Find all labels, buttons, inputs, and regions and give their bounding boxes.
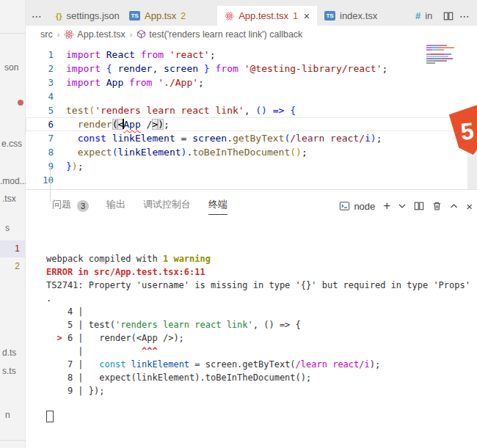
kill-terminal-icon[interactable] bbox=[432, 201, 442, 211]
tab-close-icon[interactable]: × bbox=[304, 10, 310, 22]
line-number: 7 bbox=[26, 131, 54, 145]
line-number: 3 bbox=[26, 76, 54, 89]
explorer-item[interactable]: s.ts bbox=[0, 364, 26, 378]
panel-tab-label: 问题 bbox=[52, 198, 71, 215]
explorer-item[interactable]: s bbox=[0, 221, 26, 235]
terminal-icon bbox=[339, 201, 350, 211]
panel-tab-输出[interactable]: 输出 bbox=[106, 198, 125, 215]
explorer-item[interactable]: d.ts bbox=[0, 346, 26, 359]
react-test-icon bbox=[64, 29, 74, 40]
code-line[interactable]: 2import { render, screen } from '@testin… bbox=[26, 62, 477, 76]
code-line[interactable]: 7 const linkElement = screen.getByText(/… bbox=[26, 131, 477, 145]
line-number: 8 bbox=[26, 145, 54, 159]
problems-badge: 3 bbox=[77, 200, 89, 212]
terminal-line bbox=[46, 411, 474, 424]
terminal-line bbox=[46, 397, 474, 411]
line-number: 5 bbox=[26, 103, 54, 117]
json-icon: {} bbox=[56, 12, 62, 21]
tab-label: App.test.tsx bbox=[238, 10, 288, 21]
tab-App.test.tsx[interactable]: App.test.tsx1× bbox=[217, 6, 317, 26]
breadcrumb-label: src bbox=[40, 29, 53, 40]
explorer-strip[interactable]: sone.css.mod....tsxs12d.tss.tsn bbox=[0, 0, 26, 448]
code-line[interactable]: 9}); bbox=[26, 159, 477, 173]
tab-overflow-button[interactable]: ⋯ bbox=[26, 6, 48, 26]
code-line[interactable]: 5test('renders learn react link', () => … bbox=[26, 103, 477, 117]
more-actions-icon[interactable]: ⋯ bbox=[459, 10, 470, 22]
panel-tab-问题[interactable]: 问题3 bbox=[52, 198, 89, 215]
code-text: const linkElement = screen.getByText(/le… bbox=[66, 133, 382, 144]
explorer-item[interactable]: n bbox=[0, 408, 26, 422]
split-editor-icon[interactable] bbox=[443, 11, 454, 21]
terminal-line: > 6 | render(<App />); bbox=[46, 331, 474, 345]
split-terminal-icon[interactable] bbox=[414, 201, 424, 211]
terminal-dropdown-icon[interactable] bbox=[398, 203, 406, 209]
tab-problem-count: 2 bbox=[181, 11, 186, 21]
typescript-icon: TS bbox=[324, 11, 335, 21]
indent-guide bbox=[50, 160, 51, 202]
minimap[interactable] bbox=[426, 45, 460, 65]
panel-tab-终端[interactable]: 终端 bbox=[208, 198, 227, 215]
code-line[interactable]: 10 bbox=[26, 173, 477, 187]
terminal-line: 4 | bbox=[46, 305, 474, 318]
close-panel-icon[interactable]: × bbox=[466, 200, 473, 213]
terminal-line: TS2741: Property 'username' is missing i… bbox=[46, 279, 474, 292]
breadcrumb-item[interactable]: src bbox=[40, 29, 53, 40]
code-text: import App from './App'; bbox=[66, 77, 204, 88]
maximize-panel-icon[interactable] bbox=[450, 203, 458, 209]
symbol-method-icon bbox=[136, 29, 146, 39]
tab-label: in bbox=[425, 10, 432, 21]
terminal-line: 8 | expect(linkElement).toBeInTheDocumen… bbox=[46, 371, 474, 384]
modified-dot bbox=[18, 100, 23, 106]
code-line[interactable]: 3import App from './App'; bbox=[26, 76, 477, 89]
line-number: 4 bbox=[26, 89, 54, 103]
tab-App.tsx[interactable]: TSApp.tsx2 bbox=[122, 6, 217, 26]
code-line[interactable]: 1import React from 'react'; bbox=[26, 48, 477, 62]
terminal-output[interactable]: webpack compiled with 1 warningERROR in … bbox=[46, 252, 474, 424]
code-line[interactable]: 8 expect(linkElement).toBeInTheDocument(… bbox=[26, 145, 477, 159]
line-number: 2 bbox=[26, 62, 54, 76]
editor-tab-bar: ⋯ {}settings.jsonTSApp.tsx2App.test.tsx1… bbox=[26, 0, 477, 26]
code-editor[interactable]: 1import React from 'react';2import { ren… bbox=[26, 43, 477, 189]
line-number: 6 bbox=[26, 117, 54, 131]
typescript-icon: TS bbox=[129, 11, 140, 21]
code-text: expect(linkElement).toBeInTheDocument(); bbox=[66, 147, 307, 158]
terminal-line: | ^^^ bbox=[46, 345, 474, 358]
code-line[interactable]: 6 render(<App />); bbox=[26, 117, 477, 131]
terminal-line: ERROR in src/App.test.tsx:6:11 bbox=[46, 265, 474, 279]
panel-actions: node + × bbox=[339, 190, 473, 222]
terminal-line: webpack compiled with 1 warning bbox=[46, 252, 474, 265]
tab-label: App.tsx bbox=[145, 10, 176, 21]
terminal-line: . bbox=[46, 292, 474, 305]
panel-tab-调试控制台[interactable]: 调试控制台 bbox=[143, 198, 191, 215]
strip-divider bbox=[0, 440, 26, 441]
panel-tab-label: 终端 bbox=[208, 198, 227, 215]
terminal-profile[interactable]: node bbox=[339, 201, 375, 212]
code-line[interactable]: 4 bbox=[26, 89, 477, 103]
tab-problem-count: 1 bbox=[293, 11, 298, 21]
breadcrumb-separator: › bbox=[130, 30, 133, 39]
tab-label: settings.json bbox=[67, 10, 120, 21]
code-text: test('renders learn react link', () => { bbox=[66, 105, 296, 116]
breadcrumb-item[interactable]: App.test.tsx bbox=[64, 29, 125, 40]
hash-icon: # bbox=[415, 10, 420, 21]
tab-index.tsx[interactable]: TSindex.tsx bbox=[317, 6, 396, 26]
svg-text:5: 5 bbox=[459, 117, 475, 145]
react-test-icon bbox=[225, 11, 234, 21]
terminal-line: 9 | }); bbox=[46, 384, 474, 397]
new-terminal-icon[interactable]: + bbox=[383, 199, 390, 213]
panel-tab-label: 输出 bbox=[106, 198, 125, 215]
breadcrumb-separator: › bbox=[57, 30, 60, 39]
explorer-item[interactable]: .tsx bbox=[0, 192, 26, 205]
explorer-item[interactable]: 2 bbox=[0, 260, 26, 273]
explorer-item[interactable]: son bbox=[0, 61, 26, 74]
terminal-line: 7 | const linkElement = screen.getByText… bbox=[46, 358, 474, 371]
explorer-item[interactable]: .mod... bbox=[0, 175, 26, 188]
editor-actions: ⋯ bbox=[442, 6, 477, 26]
explorer-item[interactable]: 1 bbox=[0, 240, 26, 257]
breadcrumb-item[interactable]: test('renders learn react link') callbac… bbox=[136, 29, 302, 40]
terminal-line: 5 | test('renders learn react link', () … bbox=[46, 318, 474, 331]
editor-scrollbar[interactable] bbox=[467, 155, 477, 189]
explorer-item[interactable]: e.css bbox=[0, 137, 26, 150]
breadcrumb[interactable]: src›App.test.tsx›test('renders learn rea… bbox=[26, 26, 477, 43]
tab-settings.json[interactable]: {}settings.json bbox=[48, 6, 122, 26]
